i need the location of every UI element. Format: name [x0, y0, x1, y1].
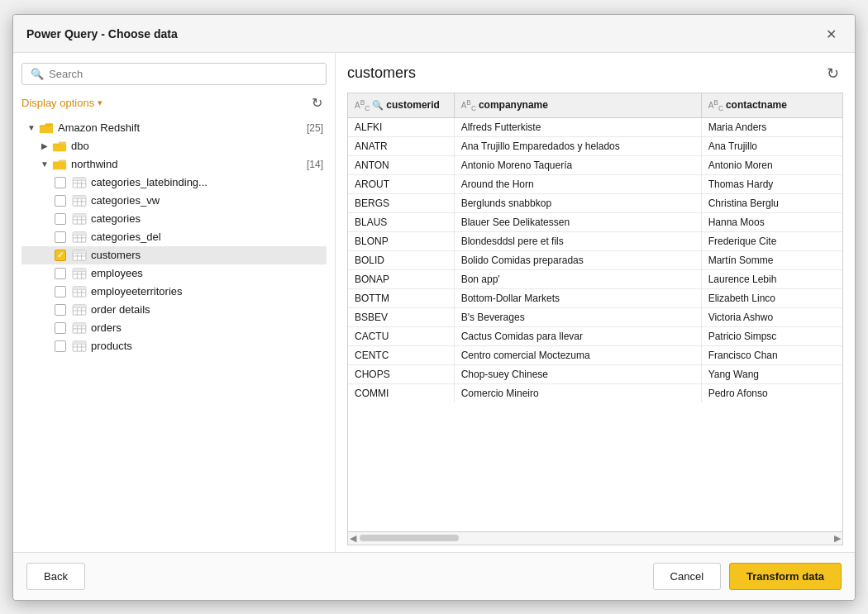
horizontal-scrollbar-row: ◀ ▶ [348, 531, 842, 545]
tree-item-northwind[interactable]: ▼ northwind [14] [21, 155, 327, 174]
horizontal-scrollbar-thumb[interactable] [360, 535, 459, 541]
left-panel: 🔍 Display options ▾ ↻ ▼ [13, 53, 336, 552]
cell-customerid: CACTU [348, 326, 454, 345]
table-row: CHOPSChop-suey ChineseYang Wang [348, 364, 842, 383]
close-button[interactable]: ✕ [821, 25, 842, 44]
col-header-contactname: ABC contactname [701, 93, 842, 118]
footer: Back Cancel Transform data [13, 552, 855, 600]
tree-item-customers[interactable]: customers [21, 246, 327, 264]
table-icon [71, 194, 88, 207]
col-header-customerid: ABC 🔍 customerid [348, 93, 454, 118]
back-button[interactable]: Back [26, 563, 85, 590]
cancel-button[interactable]: Cancel [653, 563, 721, 590]
cell-customerid: ANATR [348, 136, 454, 155]
checkbox-orders[interactable] [55, 322, 66, 334]
tree-item-products[interactable]: products [21, 337, 327, 355]
dbo-label: dbo [71, 140, 323, 152]
right-arrow-scroll[interactable]: ▶ [834, 533, 841, 544]
tree-item-categories_del[interactable]: categories_del [21, 228, 327, 246]
table-body: ALFKIAlfreds FutterkisteMaria AndersANAT… [348, 117, 842, 402]
table-row: BSBEVB's BeveragesVictoria Ashwo [348, 307, 842, 326]
dialog-title: Power Query - Choose data [26, 27, 178, 40]
tree-item-categories_vw[interactable]: categories_vw [21, 192, 327, 210]
tree-item-amazon-redshift[interactable]: ▼ Amazon Redshift [25] [21, 119, 327, 137]
svg-rect-32 [73, 250, 86, 253]
checkbox-categories_latebinding...[interactable] [55, 177, 66, 188]
tree-item-orders[interactable]: orders [21, 319, 327, 337]
search-input[interactable] [49, 68, 317, 80]
checkbox-employeeterritories[interactable] [55, 286, 66, 297]
tree-item-employeeterritories[interactable]: employeeterritories [21, 283, 327, 301]
tree-item-employees[interactable]: employees [21, 264, 327, 283]
cell-companyname: Bon app' [454, 269, 701, 288]
cell-customerid: BOLID [348, 250, 454, 269]
tree-label: categories [91, 212, 323, 225]
tree-item-order_details[interactable]: order details [21, 301, 327, 319]
footer-right: Cancel Transform data [653, 563, 842, 590]
checkbox-categories_vw[interactable] [55, 195, 66, 207]
tree-label: orders [91, 321, 323, 334]
cell-contactname: Thomas Hardy [701, 174, 842, 193]
checkbox-employees[interactable] [55, 268, 66, 279]
svg-rect-26 [73, 231, 86, 235]
cell-customerid: ANTON [348, 155, 454, 174]
folder-icon-dbo [51, 140, 68, 153]
transform-data-button[interactable]: Transform data [729, 563, 842, 590]
data-table: ABC 🔍 customerid ABC companyname [348, 93, 842, 402]
table-row: COMMIComercio MineiroPedro Afonso [348, 383, 842, 402]
tree-label: customers [91, 249, 323, 261]
col-header-companyname: ABC companyname [454, 93, 701, 118]
cell-customerid: COMMI [348, 383, 454, 402]
amazon-redshift-count: [25] [307, 122, 323, 134]
table-row: ALFKIAlfreds FutterkisteMaria Anders [348, 117, 842, 136]
chevron-down-icon: ▾ [98, 98, 103, 108]
content-area: 🔍 Display options ▾ ↻ ▼ [13, 53, 855, 552]
checkbox-categories_del[interactable] [55, 231, 66, 243]
left-arrow-scroll[interactable]: ◀ [350, 533, 356, 544]
svg-rect-14 [73, 195, 86, 198]
cell-companyname: Blauer See Delikatessen [454, 212, 701, 231]
tree-item-categories[interactable]: categories [21, 210, 327, 228]
amazon-redshift-label: Amazon Redshift [58, 121, 302, 134]
table-row: ANATRAna Trujillo Emparedados y heladosA… [348, 136, 842, 155]
cell-companyname: Bottom-Dollar Markets [454, 288, 701, 307]
cell-contactname: Francisco Chan [701, 345, 842, 364]
table-scroll-area[interactable]: ABC 🔍 customerid ABC companyname [348, 93, 842, 531]
table-title: customers [347, 64, 416, 82]
table-row: BERGSBerglunds snabbkopChristina Berglu [348, 193, 842, 212]
checkbox-categories[interactable] [55, 213, 66, 225]
table-icon [71, 340, 88, 353]
cell-contactname: Maria Anders [701, 117, 842, 136]
tree-label: categories_del [91, 231, 323, 243]
table-row: BLONPBlondesddsl pere et filsFrederique … [348, 231, 842, 250]
table-refresh-button[interactable]: ↻ [823, 63, 843, 84]
cell-customerid: BONAP [348, 269, 454, 288]
table-icon [71, 285, 88, 298]
expand-arrow-amazon: ▼ [25, 123, 38, 132]
cell-companyname: Bolido Comidas preparadas [454, 250, 701, 269]
display-options-button[interactable]: Display options ▾ [21, 97, 103, 109]
cell-contactname: Yang Wang [701, 364, 842, 383]
table-row: BOLIDBolido Comidas preparadasMartín Som… [348, 250, 842, 269]
expand-arrow-dbo: ▶ [38, 141, 51, 150]
svg-rect-56 [73, 322, 86, 326]
tree-item-categories_latebinding...[interactable]: categories_latebinding... [21, 174, 327, 192]
right-panel: customers ↻ ABC 🔍 customerid [336, 53, 855, 552]
table-row: CACTUCactus Comidas para llevarPatricio … [348, 326, 842, 345]
table-row: BOTTMBottom-Dollar MarketsElizabeth Linc… [348, 288, 842, 307]
checkbox-order_details[interactable] [55, 304, 66, 316]
checkbox-products[interactable] [55, 340, 66, 352]
col-type-icon-companyname: ABC [461, 98, 476, 112]
tree-item-dbo[interactable]: ▶ dbo [21, 137, 327, 155]
search-box: 🔍 [21, 63, 327, 85]
checkbox-customers[interactable] [55, 250, 66, 261]
cell-companyname: Comercio Mineiro [454, 383, 701, 402]
northwind-children: categories_latebinding... categories_vw … [21, 174, 327, 355]
table-row: BONAPBon app'Laurence Lebih [348, 269, 842, 288]
svg-rect-50 [73, 304, 86, 307]
dialog: Power Query - Choose data ✕ 🔍 Display op… [12, 14, 856, 601]
tree-container[interactable]: ▼ Amazon Redshift [25] ▶ [21, 119, 327, 545]
refresh-button[interactable]: ↻ [308, 93, 327, 112]
svg-rect-20 [73, 213, 86, 217]
title-bar: Power Query - Choose data ✕ [13, 15, 855, 53]
